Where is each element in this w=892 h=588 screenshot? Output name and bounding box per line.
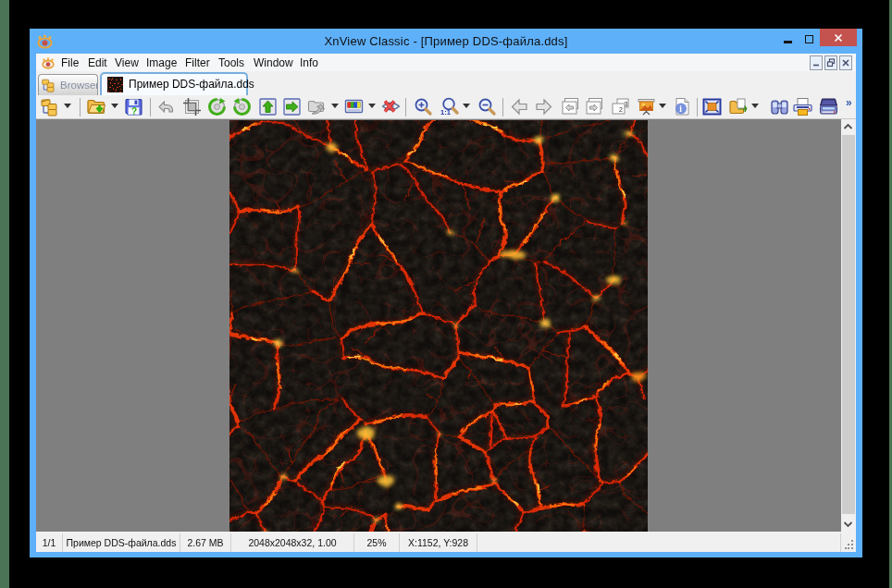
svg-text:?: ? [131, 106, 137, 116]
svg-text:2: 2 [619, 106, 623, 113]
svg-text:i: i [679, 104, 682, 114]
svg-text:1:1: 1:1 [440, 108, 451, 116]
